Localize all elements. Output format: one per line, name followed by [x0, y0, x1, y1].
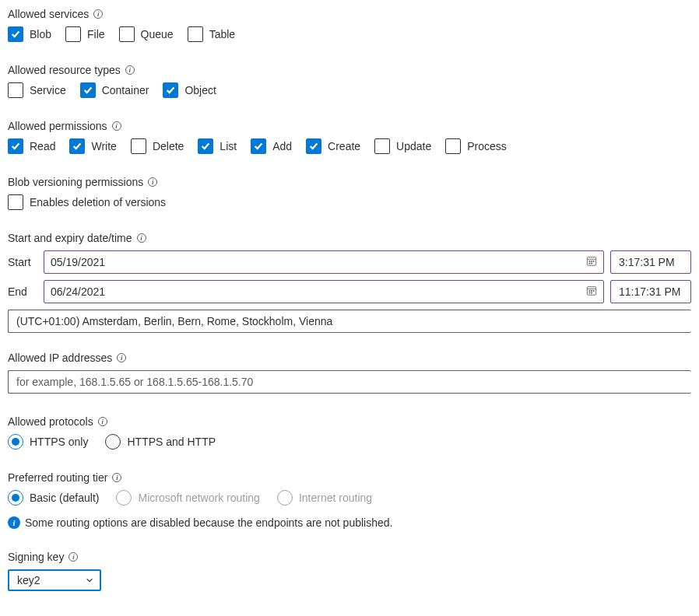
- routing-notice: i Some routing options are disabled beca…: [8, 516, 691, 529]
- calendar-icon[interactable]: [586, 256, 597, 269]
- signing-key-header: Signing key i: [8, 551, 691, 563]
- start-row: Start 05/19/2021 3:17:31 PM: [8, 250, 691, 274]
- end-date-input[interactable]: 06/24/2021: [44, 280, 604, 303]
- radio-button[interactable]: [105, 434, 121, 450]
- info-icon[interactable]: i: [98, 417, 107, 426]
- checkbox-box[interactable]: [251, 138, 266, 154]
- checkbox-file[interactable]: File: [65, 26, 105, 42]
- start-time-value: 3:17:31 PM: [619, 256, 675, 268]
- start-time-input[interactable]: 3:17:31 PM: [610, 250, 691, 274]
- allowed-services-header: Allowed services i: [8, 8, 691, 20]
- radio-button[interactable]: [8, 434, 23, 450]
- checkbox-delete[interactable]: Delete: [131, 138, 184, 154]
- info-icon[interactable]: i: [148, 177, 157, 187]
- info-icon[interactable]: i: [112, 473, 121, 482]
- checkbox-box[interactable]: [163, 82, 178, 98]
- svg-rect-9: [589, 290, 591, 292]
- checkbox-box[interactable]: [445, 138, 461, 154]
- checkbox-label: Create: [328, 140, 360, 152]
- radio-label: Microsoft network routing: [138, 492, 259, 504]
- info-icon[interactable]: i: [117, 353, 126, 362]
- info-icon[interactable]: i: [68, 552, 78, 562]
- checkbox-list[interactable]: List: [198, 138, 237, 154]
- timezone-input[interactable]: (UTC+01:00) Amsterdam, Berlin, Bern, Rom…: [8, 310, 691, 333]
- checkbox-add[interactable]: Add: [251, 138, 292, 154]
- checkbox-label: Delete: [153, 140, 184, 152]
- radio-https-and-http[interactable]: HTTPS and HTTP: [105, 434, 216, 450]
- checkbox-box[interactable]: [119, 26, 135, 42]
- allowed-ip-input[interactable]: for example, 168.1.5.65 or 168.1.5.65-16…: [8, 370, 691, 394]
- checkbox-write[interactable]: Write: [69, 138, 116, 154]
- allowed-services-label: Allowed services: [8, 8, 89, 20]
- radio-microsoft-network-routing: Microsoft network routing: [116, 490, 259, 506]
- checkbox-box[interactable]: [131, 138, 146, 154]
- checkbox-process[interactable]: Process: [445, 138, 507, 154]
- svg-rect-11: [593, 290, 595, 292]
- checkbox-label: Add: [272, 140, 292, 152]
- svg-rect-5: [589, 263, 591, 264]
- checkbox-box[interactable]: [8, 26, 23, 42]
- checkbox-label: Read: [30, 140, 55, 152]
- end-label: End: [8, 285, 37, 298]
- checkbox-enables-deletion-of-versions[interactable]: Enables deletion of versions: [8, 194, 166, 210]
- start-label: Start: [8, 256, 37, 268]
- radio-button: [277, 490, 293, 506]
- checkbox-box[interactable]: [306, 138, 321, 154]
- checkbox-container[interactable]: Container: [80, 82, 149, 98]
- checkbox-box[interactable]: [8, 194, 23, 210]
- allowed-ip-label: Allowed IP addresses: [8, 352, 112, 364]
- checkbox-table[interactable]: Table: [188, 26, 235, 42]
- start-date-value: 05/19/2021: [51, 256, 105, 268]
- radio-button[interactable]: [8, 490, 23, 506]
- checkbox-update[interactable]: Update: [374, 138, 431, 154]
- allowed-permissions-header: Allowed permissions i: [8, 120, 691, 132]
- allowed-ip-placeholder: for example, 168.1.5.65 or 168.1.5.65-16…: [16, 376, 253, 388]
- svg-rect-3: [591, 261, 592, 262]
- checkbox-label: Service: [30, 84, 66, 96]
- allowed-protocols-header: Allowed protocols i: [8, 415, 691, 428]
- checkbox-box[interactable]: [198, 138, 213, 154]
- checkbox-object[interactable]: Object: [163, 82, 216, 98]
- allowed-services-section: Allowed services i BlobFileQueueTable: [8, 8, 691, 42]
- checkbox-queue[interactable]: Queue: [119, 26, 174, 42]
- info-icon[interactable]: i: [125, 65, 135, 75]
- date-time-section: Start and expiry date/time i Start 05/19…: [8, 232, 691, 333]
- checkbox-label: Object: [184, 84, 216, 96]
- checkbox-box[interactable]: [80, 82, 96, 98]
- calendar-icon[interactable]: [586, 285, 597, 299]
- allowed-permissions-label: Allowed permissions: [8, 120, 107, 132]
- signing-key-select[interactable]: key2: [8, 569, 101, 591]
- end-row: End 06/24/2021 11:17:31 PM: [8, 280, 691, 303]
- radio-basic-default-[interactable]: Basic (default): [8, 490, 99, 506]
- allowed-services-checkboxes: BlobFileQueueTable: [8, 26, 691, 42]
- info-solid-icon: i: [8, 516, 20, 529]
- checkbox-read[interactable]: Read: [8, 138, 55, 154]
- radio-label: Basic (default): [30, 492, 99, 504]
- allowed-ip-section: Allowed IP addresses i for example, 168.…: [8, 352, 691, 394]
- info-icon[interactable]: i: [137, 233, 146, 243]
- info-icon[interactable]: i: [93, 9, 103, 19]
- checkbox-label: Process: [467, 140, 507, 152]
- allowed-protocols-section: Allowed protocols i HTTPS onlyHTTPS and …: [8, 415, 691, 450]
- end-time-input[interactable]: 11:17:31 PM: [610, 280, 691, 303]
- routing-tier-header: Preferred routing tier i: [8, 471, 691, 484]
- checkbox-box[interactable]: [188, 26, 203, 42]
- checkbox-box[interactable]: [65, 26, 81, 42]
- checkbox-label: Container: [102, 84, 149, 96]
- signing-key-label: Signing key: [8, 551, 64, 563]
- checkbox-create[interactable]: Create: [306, 138, 360, 154]
- checkbox-box[interactable]: [69, 138, 85, 154]
- routing-tier-radios: Basic (default)Microsoft network routing…: [8, 490, 691, 506]
- svg-rect-4: [593, 261, 595, 262]
- radio-button: [116, 490, 132, 506]
- checkbox-box[interactable]: [8, 82, 23, 98]
- checkbox-box[interactable]: [8, 138, 23, 154]
- allowed-resource-types-checkboxes: ServiceContainerObject: [8, 82, 691, 98]
- start-date-input[interactable]: 05/19/2021: [44, 250, 604, 274]
- checkbox-label: File: [87, 28, 105, 40]
- info-icon[interactable]: i: [112, 121, 121, 131]
- checkbox-blob[interactable]: Blob: [8, 26, 51, 42]
- checkbox-service[interactable]: Service: [8, 82, 66, 98]
- radio-https-only[interactable]: HTTPS only: [8, 434, 88, 450]
- checkbox-box[interactable]: [374, 138, 390, 154]
